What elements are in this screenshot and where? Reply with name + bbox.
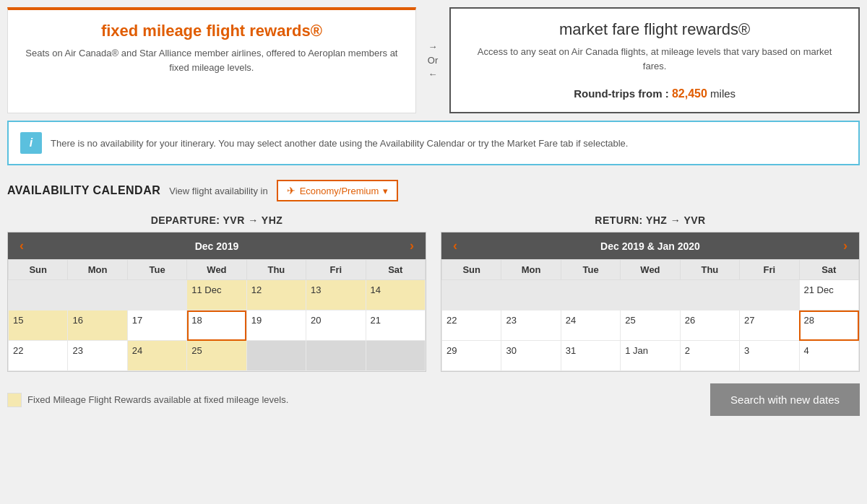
cabin-label: Economy/Premium [300, 186, 379, 196]
departure-month-title: Dec 2019 [195, 240, 239, 252]
table-row[interactable]: 14 [366, 280, 425, 310]
table-row[interactable]: 28 [799, 310, 858, 341]
availability-title: AVAILABILITY CALENDAR [7, 184, 160, 197]
table-row[interactable]: 20 [306, 310, 366, 341]
return-direction-title: RETURN: YHZ → YVR [441, 214, 860, 226]
table-row [366, 341, 425, 371]
table-row[interactable]: 27 [740, 310, 799, 341]
table-row [68, 280, 127, 310]
table-row [306, 341, 366, 371]
availability-section: AVAILABILITY CALENDAR View flight availa… [7, 180, 860, 423]
round-trips-line: Round-trips from : 82,450 miles [465, 87, 844, 100]
table-row [561, 280, 620, 310]
departure-direction-title: DEPARTURE: YVR → YHZ [7, 214, 426, 226]
search-with-new-dates-button[interactable]: Search with new dates [710, 383, 860, 416]
info-message: There is no availability for your itiner… [51, 138, 628, 149]
ret-day-fri: Fri [740, 260, 799, 280]
table-row[interactable]: 19 [246, 310, 306, 341]
legend-color-box [7, 393, 22, 407]
table-row[interactable]: 31 [561, 341, 620, 371]
table-row[interactable]: 23 [501, 310, 561, 341]
arrow-right-icon [428, 41, 438, 52]
table-row[interactable]: 30 [501, 341, 561, 371]
legend-label: Fixed Mileage Flight Rewards available a… [27, 394, 288, 405]
table-row[interactable]: 13 [306, 280, 366, 310]
table-row [127, 280, 186, 310]
calendars-row: DEPARTURE: YVR → YHZ ‹ Dec 2019 › Sun Mo… [7, 214, 860, 372]
market-fare-card: market fare flight rewards® Access to an… [449, 7, 860, 113]
market-fare-description: Access to any seat on Air Canada flights… [465, 45, 844, 73]
seat-icon: ✈ [287, 185, 296, 196]
table-row[interactable]: 3 [740, 341, 799, 371]
table-row[interactable]: 21 Dec [799, 280, 858, 310]
table-row[interactable]: 11 Dec [187, 280, 246, 310]
return-calendar-block: RETURN: YHZ → YVR ‹ Dec 2019 & Jan 2020 … [441, 214, 860, 372]
round-trips-label: Round-trips from : [574, 87, 672, 100]
return-calendar: ‹ Dec 2019 & Jan 2020 › Sun Mon Tue Wed … [441, 232, 860, 372]
table-row[interactable]: 29 [442, 341, 501, 371]
dep-day-wed: Wed [187, 260, 246, 280]
ret-day-thu: Thu [680, 260, 739, 280]
dep-day-fri: Fri [306, 260, 366, 280]
return-calendar-header: ‹ Dec 2019 & Jan 2020 › [441, 233, 859, 259]
legend: Fixed Mileage Flight Rewards available a… [7, 393, 288, 407]
table-row [9, 280, 68, 310]
table-row[interactable]: 22 [9, 341, 68, 371]
table-row[interactable]: 22 [442, 310, 501, 341]
miles-unit: miles [710, 87, 736, 100]
departure-calendar-block: DEPARTURE: YVR → YHZ ‹ Dec 2019 › Sun Mo… [7, 214, 426, 372]
table-row [501, 280, 561, 310]
market-fare-title: market fare flight rewards® [465, 20, 844, 39]
availability-header: AVAILABILITY CALENDAR View flight availa… [7, 180, 860, 201]
ret-day-tue: Tue [561, 260, 620, 280]
table-row[interactable]: 21 [366, 310, 425, 341]
miles-value: 82,450 [672, 87, 707, 100]
legend-search-row: Fixed Mileage Flight Rewards available a… [7, 383, 860, 416]
or-divider: Or [416, 7, 449, 113]
arrow-left-icon [428, 69, 438, 79]
departure-next-button[interactable]: › [407, 238, 417, 253]
return-next-button[interactable]: › [840, 238, 850, 253]
return-prev-button[interactable]: ‹ [450, 238, 460, 253]
return-month-title: Dec 2019 & Jan 2020 [600, 240, 700, 252]
dep-day-sun: Sun [9, 260, 68, 280]
table-row [246, 341, 306, 371]
table-row [740, 280, 799, 310]
return-calendar-grid: Sun Mon Tue Wed Thu Fri Sat 21 Dec222324… [441, 259, 859, 371]
table-row [680, 280, 739, 310]
dep-day-tue: Tue [127, 260, 186, 280]
cabin-select-button[interactable]: ✈ Economy/Premium [277, 180, 399, 201]
dep-day-mon: Mon [68, 260, 127, 280]
departure-prev-button[interactable]: ‹ [17, 238, 27, 253]
ret-day-mon: Mon [501, 260, 561, 280]
info-icon: i [20, 132, 42, 154]
departure-calendar-header: ‹ Dec 2019 › [8, 233, 426, 259]
table-row[interactable]: 23 [68, 341, 127, 371]
table-row [621, 280, 680, 310]
table-row[interactable]: 15 [9, 310, 68, 341]
fixed-mileage-card: fixed mileage flight rewards® Seats on A… [7, 7, 416, 113]
table-row[interactable]: 1 Jan [621, 341, 680, 371]
table-row[interactable]: 18 [187, 310, 246, 341]
table-row[interactable]: 12 [246, 280, 306, 310]
table-row[interactable]: 26 [680, 310, 739, 341]
ret-day-wed: Wed [621, 260, 680, 280]
table-row[interactable]: 24 [561, 310, 620, 341]
table-row[interactable]: 16 [68, 310, 127, 341]
dep-day-thu: Thu [246, 260, 306, 280]
info-banner: i There is no availability for your itin… [7, 121, 860, 165]
table-row[interactable]: 24 [127, 341, 186, 371]
ret-day-sun: Sun [442, 260, 501, 280]
chevron-down-icon [383, 186, 388, 196]
fixed-mileage-title: fixed mileage flight rewards® [22, 22, 401, 40]
or-label: Or [428, 55, 438, 66]
fixed-mileage-description: Seats on Air Canada® and Star Alliance m… [22, 46, 401, 74]
ret-day-sat: Sat [799, 260, 858, 280]
dep-day-sat: Sat [366, 260, 425, 280]
table-row[interactable]: 17 [127, 310, 186, 341]
table-row[interactable]: 25 [621, 310, 680, 341]
table-row [442, 280, 501, 310]
table-row[interactable]: 4 [799, 341, 858, 371]
table-row[interactable]: 25 [187, 341, 246, 371]
table-row[interactable]: 2 [680, 341, 739, 371]
